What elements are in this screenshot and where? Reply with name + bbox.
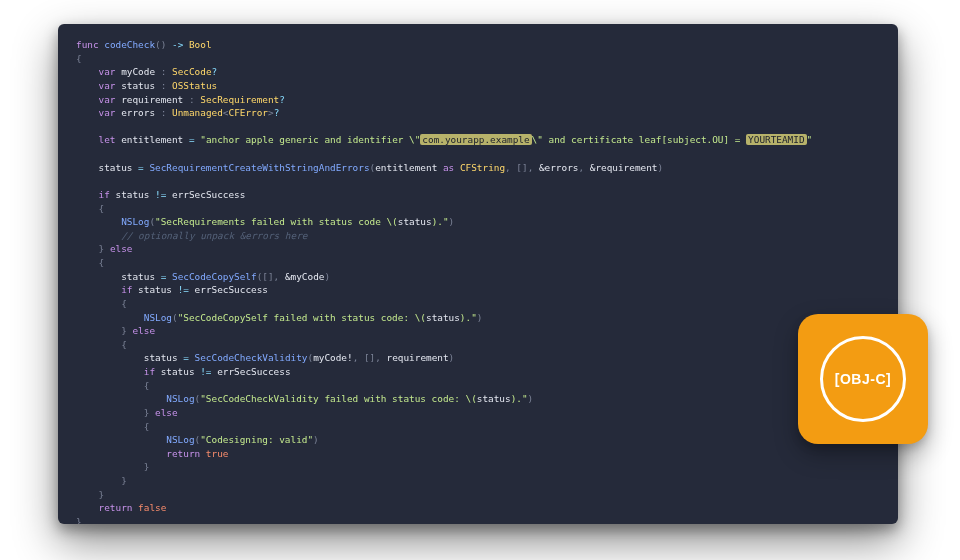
const-errsecsuccess: errSecSuccess [172,189,245,200]
string-seg: "anchor apple generic and identifier \" [200,134,420,145]
keyword-else: else [132,325,155,336]
keyword-else: else [110,243,133,254]
badge-label: [OBJ-C] [835,371,891,387]
string-valid: "Codesigning: valid" [200,434,313,445]
keyword-return: return [99,502,133,513]
type-cfstring: CFString [460,162,505,173]
op-neq: != [200,366,211,377]
interp-open: \( [386,216,397,227]
arg-mycode: &myCode [285,271,325,282]
string-seg: "SecCodeCheckValidity failed with status… [200,393,465,404]
ident-status: status [477,393,511,404]
ident-status: status [138,284,172,295]
string-seg: "SecCodeCopySelf failed with status code… [178,312,415,323]
keyword-return: return [166,448,200,459]
literal-false: false [138,502,166,513]
ident-entitlement: entitlement [121,134,183,145]
type-osstatus: OSStatus [172,80,217,91]
code-block: func codeCheck() -> Bool { var myCode : … [76,38,880,524]
fn-nslog: NSLog [166,434,194,445]
keyword-if: if [144,366,155,377]
fn-copyself: SecCodeCopySelf [172,271,257,282]
fn-checkvalidity: SecCodeCheckValidity [195,352,308,363]
string-seg: ." [466,312,477,323]
const-errsecsuccess: errSecSuccess [195,284,268,295]
type-unmanaged: Unmanaged [172,107,223,118]
keyword-func: func [76,39,99,50]
ident-errors: errors [121,107,155,118]
op-neq: != [155,189,166,200]
const-errsecsuccess: errSecSuccess [217,366,290,377]
ident-requirement: requirement [121,94,183,105]
arg-errors: &errors [539,162,579,173]
ident-status: status [398,216,432,227]
type-seccode: SecCode [172,66,212,77]
ident-requirement: requirement [387,352,449,363]
ident-status: status [116,189,150,200]
comment-unpack: // optionally unpack &errors here [121,230,307,241]
function-name: codeCheck [104,39,155,50]
type-cferror: CFError [228,107,268,118]
fn-nslog: NSLog [121,216,149,227]
ident-mycode: myCode [121,66,155,77]
type-secrequirement: SecRequirement [200,94,279,105]
ident-status: status [121,271,155,282]
ident-status: status [426,312,460,323]
fn-nslog: NSLog [166,393,194,404]
keyword-if: if [99,189,110,200]
code-editor-panel: func codeCheck() -> Bool { var myCode : … [58,24,898,524]
ident-status: status [99,162,133,173]
keyword-var: var [99,66,116,77]
highlight-bundleid: com.yourapp.example [420,134,531,145]
fn-nslog: NSLog [144,312,172,323]
keyword-as: as [443,162,454,173]
literal-true: true [206,448,229,459]
highlight-teamid: YOURTEAMID [746,134,806,145]
keyword-var: var [99,94,116,105]
ident-mycode-bang: myCode! [313,352,353,363]
arg-requirement: &requirement [590,162,658,173]
badge-ring-icon: [OBJ-C] [820,336,906,422]
arrow-op: -> [172,39,183,50]
interp-open: \( [465,393,476,404]
keyword-else: else [155,407,178,418]
string-seg: "SecRequirements failed with status code [155,216,386,227]
type-bool: Bool [189,39,212,50]
ident-entitlement: entitlement [375,162,437,173]
keyword-var: var [99,107,116,118]
string-seg: " [807,134,813,145]
ident-status: status [161,366,195,377]
language-badge: [OBJ-C] [798,314,928,444]
ident-status: status [121,80,155,91]
string-seg: ." [437,216,448,227]
keyword-let: let [99,134,116,145]
keyword-var: var [99,80,116,91]
string-seg: ." [516,393,527,404]
keyword-if: if [121,284,132,295]
fn-reqcreate: SecRequirementCreateWithStringAndErrors [149,162,369,173]
string-seg: \" and certificate leaf[subject.OU] = [532,134,746,145]
interp-open: \( [415,312,426,323]
op-neq: != [178,284,189,295]
ident-status: status [144,352,178,363]
